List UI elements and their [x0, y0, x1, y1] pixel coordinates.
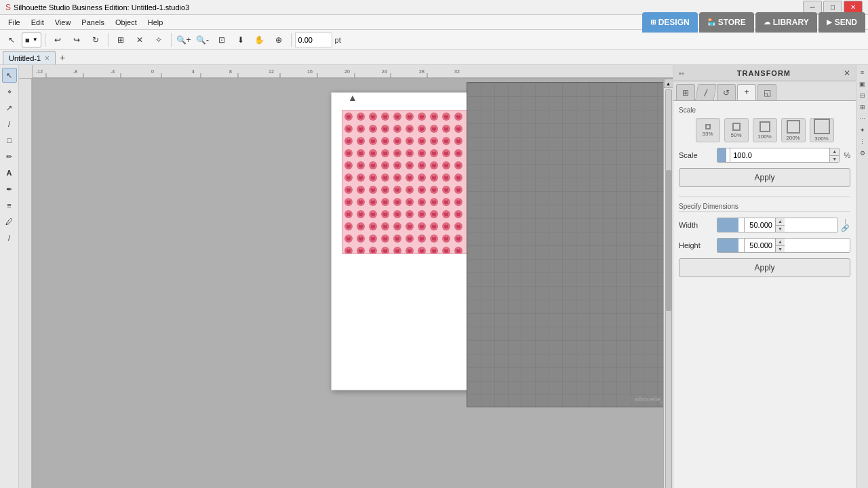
- knife-tool[interactable]: /: [2, 230, 17, 245]
- tab-design[interactable]: ⊞ DESIGN: [642, 12, 698, 33]
- height-spin-up[interactable]: ▲: [775, 239, 785, 246]
- scale-value-input[interactable]: [730, 148, 829, 162]
- file-tab-untitled[interactable]: Untitled-1 ×: [3, 51, 56, 64]
- scale-preset-200[interactable]: 200%: [781, 118, 806, 142]
- rect-tool[interactable]: □: [2, 133, 17, 148]
- pointer-tool-btn[interactable]: ↖: [3, 32, 20, 48]
- hand-btn[interactable]: ✋: [251, 32, 269, 48]
- text-tool[interactable]: A: [2, 165, 17, 180]
- stroke-selector[interactable]: ■ ▼: [22, 33, 41, 47]
- line-tool[interactable]: /: [2, 117, 17, 131]
- right-icon-6[interactable]: ✦: [858, 125, 867, 135]
- undo-btn[interactable]: ↩: [49, 32, 66, 48]
- width-value-input[interactable]: [745, 218, 775, 232]
- scroll-up-btn[interactable]: ▲: [664, 79, 673, 88]
- tab-store[interactable]: 🏪 STORE: [699, 12, 754, 33]
- height-spin-down[interactable]: ▼: [775, 246, 785, 253]
- scale-box-33: [705, 124, 711, 129]
- transform-tab-scale[interactable]: +: [737, 84, 756, 100]
- scale-box-200: [787, 120, 800, 134]
- dimensions-apply-btn[interactable]: Apply: [679, 258, 850, 277]
- redo-btn[interactable]: ↪: [68, 32, 85, 48]
- zoom-out-btn[interactable]: 🔍-: [194, 32, 212, 48]
- svg-text:20: 20: [344, 69, 350, 74]
- width-spin-down[interactable]: ▼: [775, 226, 785, 232]
- app-icon: S: [5, 3, 11, 12]
- link-icon[interactable]: 🔗: [841, 224, 849, 232]
- arrange-btn[interactable]: ✧: [150, 32, 167, 48]
- right-icons-panel: ≡ ▣ ⊟ ⊞ ⋯ ✦ ⋮ ⚙: [856, 65, 868, 488]
- canvas-nav-up[interactable]: ▲: [348, 92, 357, 103]
- tab-send[interactable]: ▶ SEND: [818, 12, 865, 33]
- silhouette-logo: silhouette_: [624, 395, 664, 403]
- mat-grid: [467, 83, 669, 407]
- right-icon-4[interactable]: ⊞: [858, 102, 867, 112]
- nav-tabs: ⊞ DESIGN 🏪 STORE ☁ LIBRARY ▶ SEND: [642, 12, 865, 33]
- scale-presets: 33% 50% 100% 200%: [679, 118, 850, 142]
- right-icon-3[interactable]: ⊟: [858, 91, 867, 100]
- calligraphy-tool[interactable]: ✒: [2, 182, 17, 197]
- menu-panels[interactable]: Panels: [76, 17, 110, 28]
- height-value-input[interactable]: [745, 239, 775, 252]
- pencil-tool[interactable]: ✏: [2, 149, 17, 164]
- ungroup-btn[interactable]: ✕: [131, 32, 149, 48]
- file-tab-close[interactable]: ×: [45, 54, 50, 63]
- width-spin-up[interactable]: ▲: [775, 218, 785, 226]
- transform-tabs: ⊞ / ↺ + ◱: [673, 81, 856, 101]
- stroke-weight-input[interactable]: [295, 33, 332, 47]
- menu-object[interactable]: Object: [110, 17, 142, 28]
- transform-close-btn[interactable]: ✕: [844, 68, 850, 78]
- svg-text:12: 12: [269, 69, 274, 74]
- scale-box-300: [814, 119, 830, 134]
- transform-tab-rotate[interactable]: ↺: [717, 84, 736, 100]
- scale-apply-btn[interactable]: Apply: [679, 168, 850, 187]
- ruler-top: -12 -8 -4 0 4 8 12 16 20: [33, 65, 673, 79]
- right-icon-1[interactable]: ≡: [858, 68, 867, 77]
- menu-edit[interactable]: Edit: [26, 17, 50, 28]
- scale-spinners: ▲ ▼: [829, 148, 839, 162]
- dimension-link: 🔗: [840, 219, 850, 232]
- scale-spin-down[interactable]: ▼: [829, 156, 839, 163]
- transform-tab-position[interactable]: ⊞: [676, 84, 695, 100]
- right-icon-5[interactable]: ⋯: [858, 114, 867, 123]
- toolbar-sep-2: [108, 33, 108, 47]
- tab-library[interactable]: ☁ LIBRARY: [755, 12, 817, 33]
- right-icon-2[interactable]: ▣: [858, 79, 867, 89]
- canvas-container[interactable]: -12 -8 -4 0 4 8 12 16 20: [19, 65, 673, 488]
- menu-file[interactable]: File: [3, 17, 26, 28]
- scale-preset-300[interactable]: 300%: [810, 118, 834, 142]
- transform-header-drag: ▪▪: [679, 69, 684, 77]
- modify-tool[interactable]: ↗: [2, 100, 17, 115]
- scale-box-50: [732, 123, 741, 131]
- scale-spin-up[interactable]: ▲: [829, 148, 839, 156]
- rotate-btn[interactable]: ↻: [87, 32, 104, 48]
- select-tool[interactable]: ↖: [2, 68, 17, 83]
- cutting-mat: silhouette_: [467, 82, 670, 407]
- pan-btn[interactable]: ⬇: [232, 32, 250, 48]
- width-spinners: ▲ ▼: [775, 218, 785, 232]
- eraser-tool[interactable]: ≡: [2, 198, 17, 213]
- right-icon-7[interactable]: ⋮: [858, 137, 867, 146]
- scale-preset-50[interactable]: 50%: [724, 118, 749, 142]
- right-icon-8[interactable]: ⚙: [858, 148, 867, 158]
- eyedropper-tool[interactable]: 🖊: [2, 214, 17, 229]
- canvas-scroll[interactable]: ▲: [33, 79, 673, 488]
- transform-tab-flip[interactable]: ◱: [757, 84, 776, 100]
- menu-help[interactable]: Help: [142, 17, 169, 28]
- zoom-in-btn[interactable]: 🔍+: [175, 32, 193, 48]
- menu-view[interactable]: View: [50, 17, 77, 28]
- zoom-fit-btn[interactable]: ⊡: [213, 32, 231, 48]
- scale-preset-100[interactable]: 100%: [753, 118, 777, 142]
- height-input-row: Height ▲ ▼: [679, 238, 850, 253]
- svg-text:16: 16: [307, 69, 313, 74]
- scale-input-bar: [717, 148, 730, 162]
- scale-preset-33[interactable]: 33%: [696, 118, 720, 142]
- crosshair-btn[interactable]: ⊕: [270, 32, 288, 48]
- vscroll-track[interactable]: [665, 89, 672, 488]
- transform-tab-skew[interactable]: /: [695, 84, 717, 100]
- new-tab-btn[interactable]: +: [56, 51, 69, 64]
- vertical-scrollbar[interactable]: ▲ ▼: [663, 79, 673, 488]
- height-spinners: ▲ ▼: [775, 239, 785, 252]
- node-edit-tool[interactable]: ⌖: [2, 84, 17, 99]
- group-btn[interactable]: ⊞: [112, 32, 130, 48]
